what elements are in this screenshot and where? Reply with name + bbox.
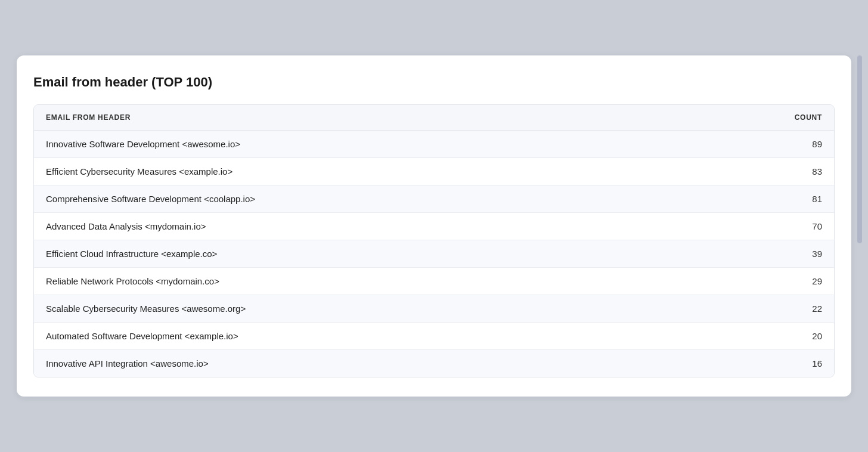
table-row: Automated Software Development <example.… (34, 323, 834, 350)
cell-count: 16 (762, 350, 834, 377)
card-title: Email from header (TOP 100) (33, 75, 835, 90)
table-row: Comprehensive Software Development <cool… (34, 185, 834, 213)
cell-count: 70 (762, 213, 834, 240)
cell-email: Comprehensive Software Development <cool… (34, 185, 762, 213)
cell-count: 39 (762, 240, 834, 268)
main-card: Email from header (TOP 100) EMAIL FROM H… (17, 55, 851, 397)
table-container: EMAIL FROM HEADER COUNT Innovative Softw… (33, 104, 835, 377)
col-header-count: COUNT (762, 105, 834, 131)
table-row: Advanced Data Analysis <mydomain.io>70 (34, 213, 834, 240)
scrollbar-thumb[interactable] (857, 55, 862, 243)
table-row: Efficient Cloud Infrastructure <example.… (34, 240, 834, 268)
cell-count: 83 (762, 158, 834, 185)
cell-count: 29 (762, 268, 834, 295)
cell-email: Automated Software Development <example.… (34, 323, 762, 350)
cell-count: 89 (762, 131, 834, 158)
header-row: EMAIL FROM HEADER COUNT (34, 105, 834, 131)
col-header-email: EMAIL FROM HEADER (34, 105, 762, 131)
cell-count: 20 (762, 323, 834, 350)
cell-email: Innovative API Integration <awesome.io> (34, 350, 762, 377)
table-row: Innovative API Integration <awesome.io>1… (34, 350, 834, 377)
table-body: Innovative Software Development <awesome… (34, 131, 834, 377)
cell-email: Efficient Cloud Infrastructure <example.… (34, 240, 762, 268)
table-row: Reliable Network Protocols <mydomain.co>… (34, 268, 834, 295)
table-row: Innovative Software Development <awesome… (34, 131, 834, 158)
table-row: Efficient Cybersecurity Measures <exampl… (34, 158, 834, 185)
cell-count: 81 (762, 185, 834, 213)
cell-email: Scalable Cybersecurity Measures <awesome… (34, 295, 762, 323)
cell-count: 22 (762, 295, 834, 323)
table-row: Scalable Cybersecurity Measures <awesome… (34, 295, 834, 323)
email-from-header-table: EMAIL FROM HEADER COUNT Innovative Softw… (34, 105, 834, 377)
cell-email: Reliable Network Protocols <mydomain.co> (34, 268, 762, 295)
cell-email: Efficient Cybersecurity Measures <exampl… (34, 158, 762, 185)
cell-email: Advanced Data Analysis <mydomain.io> (34, 213, 762, 240)
cell-email: Innovative Software Development <awesome… (34, 131, 762, 158)
table-header: EMAIL FROM HEADER COUNT (34, 105, 834, 131)
